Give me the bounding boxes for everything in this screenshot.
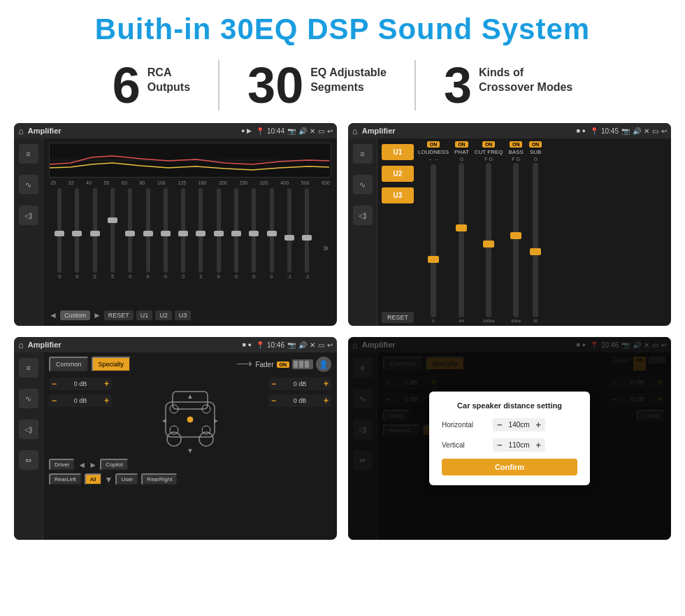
fader-specialty-tab[interactable]: Specialty xyxy=(92,357,131,372)
slider-track-1[interactable] xyxy=(57,188,62,273)
slider-track-10[interactable] xyxy=(217,188,221,273)
fader-extra-btn[interactable]: ⇔ xyxy=(19,450,38,470)
slider-track-6[interactable] xyxy=(146,188,150,273)
eq-u1-btn[interactable]: U1 xyxy=(136,310,153,320)
eq-filter-btn[interactable]: ≡ xyxy=(19,144,38,164)
fader-wave-btn[interactable]: ∿ xyxy=(19,389,38,408)
eq-expand-arrows[interactable]: » xyxy=(320,188,331,306)
db-minus-2[interactable]: − xyxy=(52,396,57,406)
stat-number-eq: 30 xyxy=(247,60,303,110)
loudness-track[interactable] xyxy=(431,164,436,317)
crossover-left-sidebar: ≡ ∿ ◁) xyxy=(348,138,377,326)
slider-thumb-10[interactable] xyxy=(214,231,224,236)
car-svg: ▲ ▼ ◄ ► xyxy=(159,378,222,454)
u-buttons-group: U1 U2 U3 RESET xyxy=(382,141,414,323)
db-minus-1[interactable]: − xyxy=(52,379,57,389)
slider-thumb-5[interactable] xyxy=(125,231,135,236)
slider-val-5: 0 xyxy=(129,274,131,279)
db-minus-3[interactable]: − xyxy=(271,379,276,389)
bass-track[interactable] xyxy=(513,163,519,317)
slider-track-11[interactable] xyxy=(234,188,238,273)
fader-speaker-btn[interactable]: ◁) xyxy=(19,420,38,439)
crossover-reset-btn[interactable]: RESET xyxy=(382,312,414,323)
sub-track[interactable] xyxy=(533,163,538,317)
eq-speaker-btn[interactable]: ◁) xyxy=(19,206,38,225)
u3-button[interactable]: U3 xyxy=(382,187,414,203)
fader-down-arrow[interactable]: ▼ xyxy=(105,475,113,485)
cutfreq-thumb[interactable] xyxy=(483,241,494,248)
slider-track-12[interactable] xyxy=(252,188,256,273)
phat-track[interactable] xyxy=(459,163,464,317)
slider-track-3[interactable] xyxy=(93,188,97,273)
sub-thumb[interactable] xyxy=(530,248,541,255)
eq-reset-btn[interactable]: RESET xyxy=(104,310,134,320)
slider-track-13[interactable] xyxy=(270,188,274,273)
copilot-btn[interactable]: Copilot xyxy=(100,459,129,471)
slider-thumb-7[interactable] xyxy=(161,231,171,236)
horizontal-row: Horizontal − 140cm + xyxy=(442,418,577,431)
fader-filter-btn[interactable]: ≡ xyxy=(19,358,38,378)
slider-thumb-2[interactable] xyxy=(72,231,82,236)
db-minus-4[interactable]: − xyxy=(271,396,276,406)
slider-track-14[interactable] xyxy=(287,188,291,273)
slider-thumb-3[interactable] xyxy=(90,231,100,236)
bass-thumb[interactable] xyxy=(510,232,521,239)
loudness-thumb[interactable] xyxy=(428,256,439,263)
user-btn[interactable]: User xyxy=(115,473,138,485)
crossover-wave-btn[interactable]: ∿ xyxy=(353,175,373,194)
slider-col-9: 0 xyxy=(193,188,208,279)
horizontal-plus[interactable]: + xyxy=(536,420,542,430)
slider-track-15[interactable] xyxy=(305,188,309,273)
slider-thumb-12[interactable] xyxy=(249,231,259,236)
vertical-minus[interactable]: − xyxy=(497,440,503,450)
slider-thumb-11[interactable] xyxy=(231,231,241,236)
vertical-plus[interactable]: + xyxy=(536,440,542,450)
eq-play-arrow[interactable]: ► xyxy=(93,310,101,320)
fader-common-tab[interactable]: Common xyxy=(49,357,89,372)
slider-track-2[interactable] xyxy=(75,188,79,273)
driver-btn[interactable]: Driver xyxy=(49,459,75,471)
slider-thumb-1[interactable] xyxy=(55,231,64,236)
rear-left-btn[interactable]: RearLeft xyxy=(49,473,82,485)
crossover-speaker-btn[interactable]: ◁) xyxy=(353,206,373,225)
db-plus-1[interactable]: + xyxy=(104,379,109,389)
fader-person-icon[interactable]: 👤 xyxy=(316,357,331,372)
u1-button[interactable]: U1 xyxy=(382,144,414,160)
crossover-filter-btn[interactable]: ≡ xyxy=(353,144,373,164)
slider-track-9[interactable] xyxy=(199,188,203,273)
phat-val: 64 xyxy=(459,319,464,323)
slider-thumb-8[interactable] xyxy=(178,231,188,236)
slider-thumb-9[interactable] xyxy=(196,231,206,236)
cutfreq-track[interactable] xyxy=(486,163,491,317)
slider-track-4[interactable] xyxy=(110,188,115,273)
slider-track-8[interactable] xyxy=(181,188,185,273)
db-plus-4[interactable]: + xyxy=(324,396,329,406)
all-btn[interactable]: All xyxy=(85,473,102,485)
u2-button[interactable]: U2 xyxy=(382,166,414,182)
fader-dots: ■ ● xyxy=(243,341,252,348)
horizontal-label: Horizontal xyxy=(442,421,487,429)
slider-thumb-15[interactable] xyxy=(302,235,312,241)
loudness-on: ON xyxy=(427,141,440,148)
db-plus-3[interactable]: + xyxy=(324,379,329,389)
horizontal-minus[interactable]: − xyxy=(497,420,503,430)
eq-screen: ⌂ Amplifier ● ▶ 📍 10:44 📷 🔊 ✕ ▭ ↩ ≡ ∿ ◁) xyxy=(14,123,337,326)
fader-left-arrow[interactable]: ◄ xyxy=(78,460,86,470)
slider-thumb-4[interactable] xyxy=(108,217,117,223)
eq-wave-btn[interactable]: ∿ xyxy=(19,175,38,194)
slider-thumb-6[interactable] xyxy=(143,231,153,236)
phat-thumb[interactable] xyxy=(456,224,467,231)
eq-prev-arrow[interactable]: ◄ xyxy=(49,310,57,320)
loudness-val: 0 xyxy=(432,319,434,323)
slider-track-5[interactable] xyxy=(128,188,132,273)
eq-u2-btn[interactable]: U2 xyxy=(155,310,172,320)
slider-thumb-14[interactable] xyxy=(284,235,294,241)
rear-right-btn[interactable]: RearRight xyxy=(141,473,178,485)
slider-thumb-13[interactable] xyxy=(267,231,277,236)
slider-track-7[interactable] xyxy=(164,188,168,273)
eq-u3-btn[interactable]: U3 xyxy=(175,310,192,320)
fader-right-arrow[interactable]: ► xyxy=(89,460,97,470)
eq-custom-btn[interactable]: Custom xyxy=(60,310,90,320)
confirm-button[interactable]: Confirm xyxy=(442,459,577,475)
db-plus-2[interactable]: + xyxy=(104,396,109,406)
